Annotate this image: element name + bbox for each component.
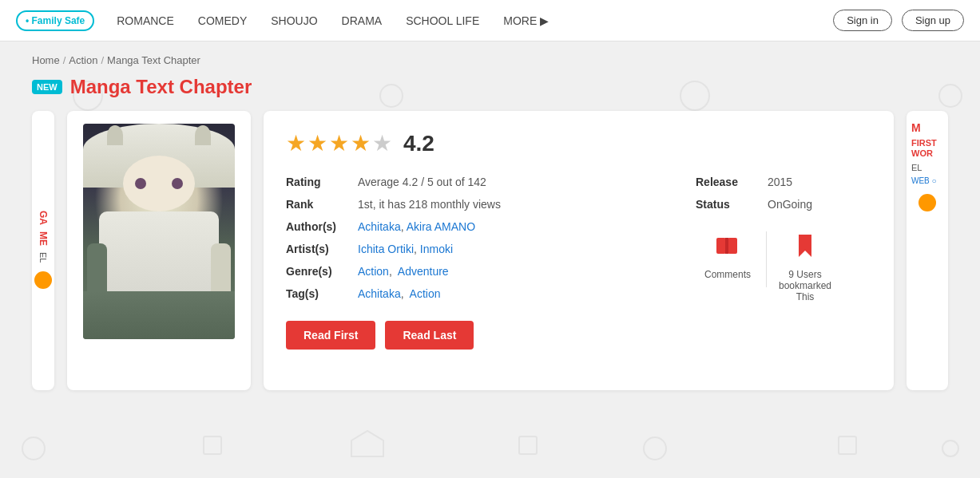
tags-label: Tag(s) (286, 287, 358, 300)
star-1: ★ (286, 130, 306, 156)
nav-comedy[interactable]: COMEDY (188, 14, 256, 27)
cover-card (67, 111, 251, 390)
artists-label: Artist(s) (286, 243, 358, 255)
right-panel-orange-circle (919, 194, 936, 211)
right-panel-first-wor: FIRST WOR (911, 138, 943, 159)
navbar: • Family Safe ROMANCE COMEDY SHOUJO DRAM… (0, 0, 980, 41)
authors-label: Author(s) (286, 220, 358, 233)
status-label: Status (696, 198, 768, 211)
tags-value: Achitaka, Action (358, 287, 441, 300)
manga-cover-image (83, 124, 235, 339)
sign-up-button[interactable]: Sign up (902, 10, 964, 31)
release-label: Release (696, 176, 768, 188)
svg-point-15 (942, 440, 958, 456)
info-rank-row: Rank 1st, it has 218 monthly views (286, 193, 672, 215)
svg-point-9 (22, 437, 45, 460)
rank-label: Rank (286, 198, 358, 211)
svg-rect-10 (204, 437, 221, 454)
left-panel-text-el: EL (38, 249, 48, 266)
nav-school-life[interactable]: SCHOOL LIFE (396, 14, 489, 27)
button-row: Read First Read Last (286, 321, 672, 350)
comments-label: Comments (704, 269, 751, 280)
info-and-actions: Rating Average 4.2 / 5 out of 142 Rank 1… (286, 171, 871, 350)
status-value: OnGoing (768, 198, 812, 211)
bookmark-icon (791, 231, 819, 266)
info-authors-row: Author(s) Achitaka, Akira AMANO (286, 215, 672, 238)
breadcrumb-current: Manga Text Chapter (107, 54, 200, 66)
svg-marker-11 (351, 431, 383, 456)
nav-drama[interactable]: DRAMA (332, 14, 392, 27)
nav-shoujo[interactable]: SHOUJO (261, 14, 327, 27)
left-panel-text-me: ME (38, 228, 49, 249)
rating-row: ★ ★ ★ ★ ★ 4.2 (286, 130, 871, 156)
breadcrumb-action[interactable]: Action (69, 54, 97, 66)
social-row: Comments 9 Users bookmarked This (696, 231, 871, 302)
svg-point-13 (644, 437, 666, 460)
content-row: GA ME EL (0, 111, 980, 390)
sign-in-button[interactable]: Sign in (833, 10, 892, 31)
bookmarks-action[interactable]: 9 Users bookmarked This (773, 231, 837, 302)
svg-rect-16 (716, 238, 726, 254)
family-safe-label: • Family Safe (26, 15, 85, 26)
author-1-link[interactable]: Achitaka (358, 220, 401, 233)
breadcrumb-home[interactable]: Home (32, 54, 60, 66)
info-genres-row: Genre(s) Action, Adventure (286, 260, 672, 282)
release-value: 2015 (768, 176, 792, 188)
breadcrumb-sep1: / (63, 54, 66, 66)
left-panel-text-ga: GA (38, 207, 49, 228)
star-3: ★ (329, 130, 349, 156)
authors-value: Achitaka, Akira AMANO (358, 220, 475, 233)
right-panel-m: M (911, 120, 943, 135)
author-2-link[interactable]: Akira AMANO (407, 220, 475, 233)
artist-1-link[interactable]: Ichita Ortiki (358, 243, 414, 255)
page-background: Home / Action / Manga Text Chapter NEW M… (0, 41, 980, 478)
tag-1-link[interactable]: Achitaka (358, 287, 401, 300)
nav-romance[interactable]: ROMANCE (107, 14, 184, 27)
svg-rect-14 (839, 437, 856, 454)
artist-2-link[interactable]: Inmoki (420, 243, 453, 255)
star-4: ★ (351, 130, 371, 156)
nav-more[interactable]: MORE ▶ (494, 14, 558, 27)
right-side-panel: M FIRST WOR EL WEB ○ (907, 111, 948, 390)
breadcrumb: Home / Action / Manga Text Chapter (0, 41, 980, 73)
read-last-button[interactable]: Read Last (385, 321, 474, 350)
right-info-column: Release 2015 Status OnGoing (696, 171, 871, 302)
rank-value: 1st, it has 218 monthly views (358, 198, 501, 211)
page-title-row: NEW Manga Text Chapter (0, 73, 980, 111)
read-first-button[interactable]: Read First (286, 321, 375, 350)
info-tags-row: Tag(s) Achitaka, Action (286, 282, 672, 305)
social-divider (766, 231, 767, 287)
info-rating-row: Rating Average 4.2 / 5 out of 142 (286, 171, 672, 193)
star-5: ★ (372, 130, 392, 156)
svg-rect-18 (725, 238, 728, 254)
comments-icon (713, 231, 742, 266)
svg-rect-17 (728, 238, 737, 254)
genre-1-link[interactable]: Action (358, 265, 389, 278)
rating-label: Rating (286, 176, 358, 188)
star-2: ★ (307, 130, 327, 156)
rating-detail: Average 4.2 / 5 out of 142 (358, 176, 486, 188)
family-safe-button[interactable]: • Family Safe (16, 10, 94, 31)
genres-value: Action, Adventure (358, 265, 449, 278)
bookmarks-label: 9 Users bookmarked This (773, 269, 837, 302)
details-card: ★ ★ ★ ★ ★ 4.2 Rating Average 4.2 / 5 out… (264, 111, 894, 390)
arrow-right-icon: ▶ (540, 14, 549, 27)
stars-container: ★ ★ ★ ★ ★ (286, 130, 392, 156)
rating-number: 4.2 (403, 131, 434, 156)
info-artists-row: Artist(s) Ichita Ortiki, Inmoki (286, 238, 672, 260)
right-panel-el: EL (911, 163, 943, 173)
artists-value: Ichita Ortiki, Inmoki (358, 243, 453, 255)
info-release-row: Release 2015 (696, 171, 871, 193)
svg-rect-12 (519, 437, 537, 454)
info-main: Rating Average 4.2 / 5 out of 142 Rank 1… (286, 171, 672, 350)
tag-2-link[interactable]: Action (410, 287, 441, 300)
genres-label: Genre(s) (286, 265, 358, 278)
genre-2-link[interactable]: Adventure (398, 265, 449, 278)
nav-more-label: MORE (503, 14, 537, 27)
comments-action[interactable]: Comments (696, 231, 760, 280)
new-badge: NEW (32, 80, 62, 94)
info-status-row: Status OnGoing (696, 193, 871, 215)
right-panel-web: WEB ○ (911, 176, 943, 186)
cover-img-inner (83, 124, 235, 339)
page-title: Manga Text Chapter (70, 76, 252, 98)
